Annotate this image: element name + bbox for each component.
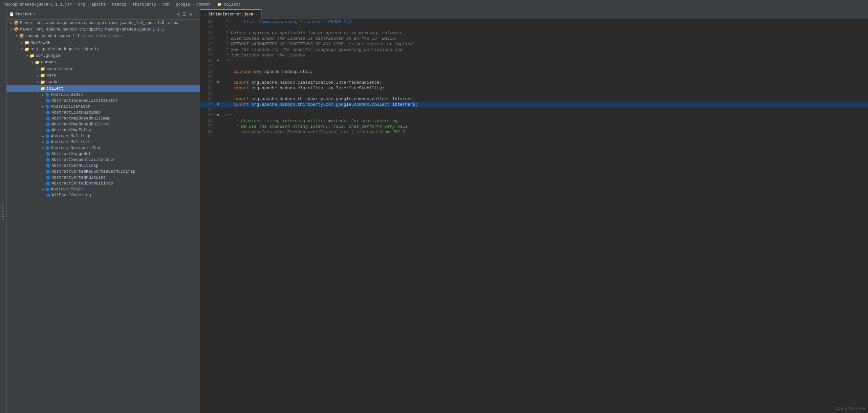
- breadcrumb-hadoop[interactable]: hadoop: [112, 2, 126, 7]
- expand-arrow-common[interactable]: ▼: [30, 61, 35, 64]
- expand-arrow-org[interactable]: ▼: [20, 47, 24, 51]
- code-line-11: 11 *: [200, 25, 868, 30]
- tree-item-org-thirdparty[interactable]: ▼ 📁 org.apache.hadoop.thirdparty: [6, 46, 200, 53]
- breadcrumb-sep-7: ›: [192, 2, 194, 7]
- tree-label-collect: collect: [46, 86, 64, 91]
- tree-label-AbstractBiMap: AbstractBiMap: [51, 93, 83, 97]
- breadcrumb-collect[interactable]: collect: [224, 2, 241, 7]
- tree-item-annotations[interactable]: ▶ 📁 annotations: [6, 66, 200, 72]
- code-line-24: 24 import org.apache.hadoop.thirdparty.c…: [200, 96, 868, 102]
- folder-icon-base: 📁: [40, 73, 45, 78]
- expand-arrow-cache[interactable]: ▶: [35, 80, 40, 84]
- code-line-26: 26: [200, 107, 868, 113]
- tree-item-maven1[interactable]: ▶ 📦 Maven: org.apache.geronimo.specs:ger…: [6, 20, 200, 26]
- tree-item-AbstractIndexedListIterator[interactable]: 🔵 AbstractIndexedListIterator: [6, 98, 200, 104]
- code-line-30: 30 * (no problems with PermGen overflowi…: [200, 129, 868, 135]
- close-panel-icon[interactable]: −: [195, 12, 197, 17]
- tree-item-common[interactable]: ▼ 📁 common: [6, 59, 200, 66]
- tree-item-AbstractMapBasedMultiset[interactable]: 🔵 AbstractMapBasedMultiset: [6, 122, 200, 127]
- tree-item-jar[interactable]: ▼ 📦 hadoop-shaded-guava-1.1.1.jar librar…: [6, 33, 200, 39]
- breadcrumb-thirdparty[interactable]: thirdparty: [133, 2, 156, 7]
- tab-close-button[interactable]: ×: [255, 12, 257, 17]
- tree-label-jar: hadoop-shaded-guava-1.1.1.jar: [25, 34, 94, 38]
- class-icon-AbstractRangeSet: 🔵: [46, 152, 51, 156]
- expand-arrow-maven1[interactable]: ▶: [9, 21, 14, 25]
- tree-label-annotations: annotations: [46, 67, 73, 71]
- line-content-18: [222, 64, 868, 69]
- breadcrumb-org[interactable]: org: [78, 2, 85, 7]
- tree-item-AbstractSortedSetMultimap[interactable]: 🔵 AbstractSortedSetMultimap: [6, 181, 200, 187]
- folder-icon-common: 📁: [35, 60, 40, 65]
- expand-arrow-AbstractMultiset[interactable]: ▶: [41, 140, 45, 144]
- tree-item-AbstractSetMultimap[interactable]: 🔵 AbstractSetMultimap: [6, 163, 200, 169]
- tree-item-AbstractIterator[interactable]: ▶ 🔵 AbstractIterator: [6, 104, 200, 110]
- line-content-14: * WITHOUT WARRANTIES OR CONDITIONS OF AN…: [222, 41, 868, 47]
- tree-label-AbstractTable: AbstractTable: [51, 187, 83, 192]
- side-panel: Project: [0, 9, 6, 413]
- breadcrumb-google[interactable]: google: [176, 2, 190, 7]
- line-num-28: 28: [200, 118, 217, 124]
- maven-icon-2: 📦: [14, 27, 19, 32]
- expand-arrow-AbstractMultimap[interactable]: ▶: [41, 134, 45, 138]
- expand-arrow-meta-inf[interactable]: ▶: [20, 41, 24, 45]
- expand-arrow-base[interactable]: ▶: [35, 73, 40, 77]
- tree-item-AbstractNavigableMap[interactable]: ▶ 🔵 AbstractNavigableMap: [6, 145, 200, 151]
- breadcrumb-apache[interactable]: apache: [92, 2, 106, 7]
- line-num-15: 15: [200, 47, 217, 53]
- breadcrumb-sep-5: ›: [158, 2, 160, 7]
- tree-item-AbstractSequentialIterator[interactable]: 🔵 AbstractSequentialIterator: [6, 157, 200, 163]
- tree-item-AbstractSortedKeySortedSetMultimap[interactable]: 🔵 AbstractSortedKeySortedSetMultimap: [6, 169, 200, 174]
- tree-label-maven2: Maven: org.apache.hadoop.thirdparty:hado…: [20, 27, 164, 32]
- expand-arrow-jar[interactable]: ▼: [14, 34, 19, 38]
- tree-item-AbstractMultiset[interactable]: ▶ 🔵 AbstractMultiset: [6, 139, 200, 145]
- tree-item-collect[interactable]: ▼ 📁 collect: [6, 85, 200, 92]
- expand-arrow-com[interactable]: ▼: [25, 54, 30, 58]
- options-icon[interactable]: ⚙: [189, 11, 192, 17]
- class-icon-AbstractMapBasedMultiset: 🔵: [46, 123, 51, 127]
- tree-item-AllEqualOrdering[interactable]: 🔵 AllEqualOrdering: [6, 192, 200, 198]
- tree-label-AbstractListMultimap: AbstractListMultimap: [52, 110, 101, 115]
- tab-StringInterner[interactable]: ☕ StringInterner.java ×: [200, 9, 262, 19]
- tree-item-AbstractRangeSet[interactable]: 🔵 AbstractRangeSet: [6, 151, 200, 157]
- breadcrumb-bar: hadoop-shaded-guava-1.1.1.jar › org › ap…: [0, 0, 868, 9]
- project-dropdown-icon[interactable]: ▼: [33, 12, 35, 16]
- breadcrumb-sep-4: ›: [128, 2, 131, 7]
- expand-arrow-AbstractNavigableMap[interactable]: ▶: [41, 146, 45, 150]
- maven-icon-1: 📦: [14, 20, 19, 26]
- expand-arrow-AbstractBiMap[interactable]: ▶: [41, 93, 45, 97]
- tree-item-AbstractMapEntry[interactable]: 🔵 AbstractMapEntry: [6, 127, 200, 133]
- line-num-24: 24: [200, 96, 217, 102]
- tree-item-maven2[interactable]: ▼ 📦 Maven: org.apache.hadoop.thirdparty:…: [6, 26, 200, 33]
- code-line-29: 29 * we use the standard String.intern()…: [200, 124, 868, 129]
- expand-arrow-AbstractIterator[interactable]: ▶: [41, 105, 45, 109]
- line-gutter-27: ▼: [217, 113, 222, 118]
- tree-item-AbstractMapBasedMultimap[interactable]: 🔵 AbstractMapBasedMultimap: [6, 116, 200, 122]
- editor-content[interactable]: 10 * http://www.apache.org/licenses/LICE…: [200, 19, 868, 413]
- project-panel: 📋 Project ▼ ⊕ ☰ ⚙ − ▶ 📦 Maven: org.apach…: [6, 9, 200, 413]
- tree-item-AbstractListMultimap[interactable]: 🔵 AbstractListMultimap: [6, 110, 200, 116]
- breadcrumb-jar[interactable]: hadoop-shaded-guava-1.1.1.jar: [3, 2, 72, 7]
- line-num-19: 19: [200, 69, 217, 74]
- collapse-icon[interactable]: ☰: [182, 11, 186, 17]
- tree-item-AbstractSortedMultiset[interactable]: 🔵 AbstractSortedMultiset: [6, 174, 200, 181]
- tree-item-base[interactable]: ▶ 📁 base: [6, 72, 200, 79]
- tree-label-common: common: [41, 60, 56, 65]
- tree-item-cache[interactable]: ▶ 📁 cache: [6, 79, 200, 85]
- line-gutter-25: ▼: [217, 102, 222, 107]
- expand-arrow-maven2[interactable]: ▼: [9, 28, 14, 32]
- tree-item-com-google[interactable]: ▼ 📁 com.google: [6, 53, 200, 59]
- tree-label-AbstractMapBasedMultimap: AbstractMapBasedMultimap: [52, 116, 111, 121]
- folder-icon-cache: 📁: [40, 80, 45, 85]
- breadcrumb-com[interactable]: com: [162, 2, 170, 7]
- tree-item-AbstractBiMap[interactable]: ▶ 🔵 AbstractBiMap: [6, 92, 200, 98]
- expand-arrow-AbstractTable[interactable]: ▶: [41, 187, 45, 191]
- locate-icon[interactable]: ⊕: [177, 11, 180, 17]
- breadcrumb-common[interactable]: common: [196, 2, 211, 7]
- expand-arrow-annotations[interactable]: ▶: [35, 67, 40, 71]
- tree-item-AbstractTable[interactable]: ▶ 🔵 AbstractTable: [6, 187, 200, 192]
- tree-item-AbstractMultimap[interactable]: ▶ 🔵 AbstractMultimap: [6, 133, 200, 139]
- expand-arrow-collect[interactable]: ▼: [35, 87, 40, 91]
- tree-label-base: base: [46, 73, 56, 78]
- tree-item-meta-inf[interactable]: ▶ 📁 META-INF: [6, 39, 200, 46]
- toolbar-icons: ⊕ ☰ ⚙ −: [177, 11, 197, 17]
